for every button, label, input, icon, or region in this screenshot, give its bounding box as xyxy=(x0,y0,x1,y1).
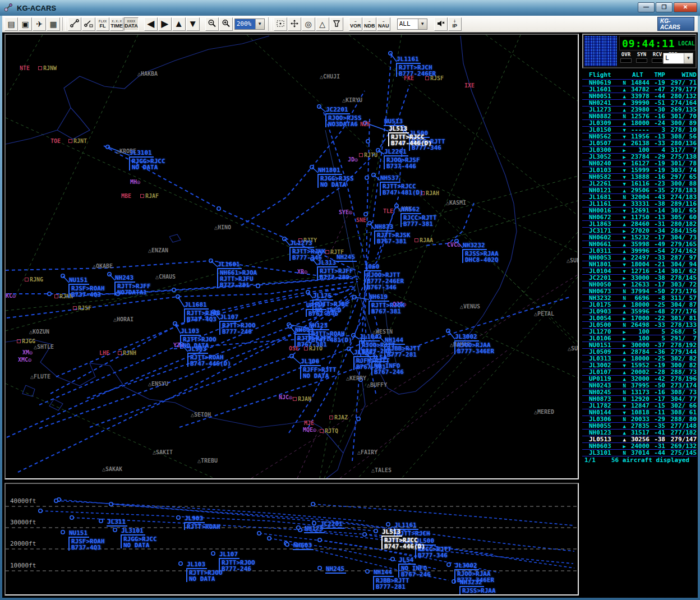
flight-label-JL107[interactable]: JL107RJTT>RJOOB777-246 xyxy=(219,314,257,335)
close-button[interactable]: ✕ xyxy=(674,2,697,12)
table-row-NU0151[interactable]: NU0151▶30000-37278/192 xyxy=(582,341,697,348)
altitude-profile-panel[interactable]: 40000ft30000ft20000ft10000ftJL311JL3101R… xyxy=(4,483,579,596)
flight-label-JL107[interactable]: JL107RJTT>RJOOB777-246 xyxy=(219,551,256,572)
chevron-down-icon[interactable]: ▼ xyxy=(255,19,264,29)
table-row-NH0053[interactable]: NH0053▲22497-33287/ 97 xyxy=(582,254,697,261)
table-row-NH0123[interactable]: NH0123▲31517-41277/182 xyxy=(582,429,697,436)
pan-mode-button[interactable] xyxy=(288,17,301,31)
fl-toggle-button[interactable]: FLXXFL xyxy=(96,17,109,31)
time-toggle-button[interactable]: X:X:XTIME xyxy=(110,17,123,31)
pan-up-button[interactable]: ▲ xyxy=(172,17,186,31)
table-row-JL0175[interactable]: JL0175▲18000-25304/ 87 xyxy=(582,301,697,308)
table-row-NH0562[interactable]: NH0562▼11956-13308/ 56 xyxy=(582,133,697,140)
table-row-JL1270[interactable]: JL1270▶1005268/ 5 xyxy=(582,328,697,335)
table-row-NH0882[interactable]: NH0882N12576-16301/ 70 xyxy=(582,113,697,119)
table-row-JL0106[interactable]: JL0106▶1005291/ 7 xyxy=(582,335,697,341)
table-row-JL1681[interactable]: JL1681N32004-43274/183 xyxy=(582,193,697,200)
msg-grid-button[interactable]: ▤ xyxy=(4,17,18,31)
table-row-JL1863[interactable]: JL1863▲28460-31280/182 xyxy=(582,220,697,227)
flight-label-JL3002[interactable]: JL3002RJOO>RJAAB777-346ER xyxy=(454,334,495,354)
flight-label-NH873[interactable]: NH873RJTT>RJSKB767-381 xyxy=(374,224,412,244)
flight-label-NH603[interactable]: NH603 xyxy=(293,542,314,550)
chevron-down-icon[interactable]: ▼ xyxy=(418,19,427,29)
msg-window-button[interactable]: ▣ xyxy=(19,17,32,31)
pan-right-button[interactable]: ▶ xyxy=(158,17,172,31)
table-row-JL3002[interactable]: JL3002▼15952-19300/ 82 xyxy=(582,362,697,368)
flight-label-JL513[interactable]: JL513RJTT>RJCCB747-446(D) xyxy=(388,126,433,146)
table-row-NH0240[interactable]: NH0240▼16127-19301/ 78 xyxy=(582,160,697,167)
table-row-NH0661[interactable]: NH0661▲35998-49279/165 xyxy=(582,241,697,247)
table-row-NH0241[interactable]: NH0241▲39990-51274/164 xyxy=(582,99,697,106)
pan-left-button[interactable]: ◀ xyxy=(144,17,158,31)
table-row-NH3232[interactable]: NH3232N6696-8311/ 57 xyxy=(582,294,697,301)
table-row-NH0672[interactable]: NH0672▼11750-13305/ 60 xyxy=(582,214,697,220)
flight-label-1060[interactable]: 1060RJOO>RJTTB777-246ERB767-346 xyxy=(364,264,405,290)
table-row-NH0619[interactable]: NH0619N14844-19297/ 71 xyxy=(582,79,697,86)
zoom-select[interactable]: 200%▼ xyxy=(234,19,265,30)
flight-label-JL1273[interactable]: JL1273RJTT>RJNKB777-346 xyxy=(289,240,327,261)
table-row-UP0119[interactable]: UP0119▲32000-42278/196 xyxy=(582,375,697,382)
table-row-NH0051[interactable]: NH0051▲33978-44280/132 xyxy=(582,93,697,99)
flight-label-NH243[interactable]: NH243RJTT>RJFFNO7DATA1 xyxy=(114,275,152,296)
flight-label-JL2261[interactable]: JL2261RJOO>RJSFB737-446 xyxy=(384,149,421,169)
flight-label-NH603[interactable]: NH603RJTT>RJFMB767-381 xyxy=(294,327,332,348)
waypoint-toggle-button[interactable]: △ xyxy=(316,17,329,31)
table-row-JC3171[interactable]: JC3171▶27020-34284/156 xyxy=(582,227,697,234)
nav-toggle-button[interactable]: →NAU xyxy=(377,17,390,31)
table-row-JL0507[interactable]: JL0507▲26138-33280/136 xyxy=(582,140,697,146)
table-row-NH0245[interactable]: NH0245N13173-16308/ 73 xyxy=(582,389,697,395)
flight-label-JL903[interactable]: JL903RJTT>ROAH xyxy=(184,515,222,530)
table-row-JL0500[interactable]: JL0500N26498-33278/133 xyxy=(582,321,697,328)
minimize-button[interactable]: — xyxy=(638,2,655,12)
flight-label-NH3232[interactable]: NH3232RJSS>RJAADHC8-402Q xyxy=(459,579,497,594)
table-row-JL2261[interactable]: JL2261▼16116-23300/ 88 xyxy=(582,180,697,187)
channel-select[interactable]: L ▼ xyxy=(663,53,693,64)
table-row-NH0673[interactable]: NH0673N37994-50273/176 xyxy=(582,288,697,294)
sound-mute-button[interactable] xyxy=(434,17,448,31)
table-row-JL0509[interactable]: JL0509▲28784-36279/144 xyxy=(582,348,697,355)
track-line-button[interactable] xyxy=(68,17,81,31)
pan-down-button[interactable]: ▼ xyxy=(186,17,200,31)
table-row-NH0873[interactable]: NH0873N12920-17304/ 77 xyxy=(582,395,697,402)
table-row-NH0603[interactable]: NH0603▶24000-31269/132 xyxy=(582,442,697,449)
table-row-JL1782[interactable]: JL1782▼12847-15302/ 66 xyxy=(582,402,697,409)
table-row-JL0054[interactable]: JL0054▶17000-22301/ 81 xyxy=(582,315,697,321)
flight-label-JL3101[interactable]: JL3101RJGG>RJCCNO DATA xyxy=(121,528,158,548)
table-row-JC2201[interactable]: JC2201▶33000-38278/145 xyxy=(582,274,697,281)
table-row-JL0313[interactable]: JL0313▲18000-25302/ 82 xyxy=(582,355,697,362)
flight-label-JL311[interactable]: JL311 xyxy=(107,519,127,527)
data-toggle-button[interactable]: XXXXDATA xyxy=(124,17,139,31)
ndb-toggle-button[interactable]: →NDB xyxy=(363,17,376,31)
table-row-NH0055[interactable]: NH0055▲27835-35277/148 xyxy=(582,422,697,429)
flight-label-JL313[interactable]: JL313RJTT>RJFFB777-289 xyxy=(317,260,354,280)
flight-label-JL3101[interactable]: JL3101RJGG>RJCCNO DATA xyxy=(129,150,167,170)
center-map-button[interactable]: ◎ xyxy=(302,17,315,31)
table-row-JL1601[interactable]: JL1601▲34782-47279/177 xyxy=(582,86,697,93)
flight-label-NH619[interactable]: NH619RJTT>RJOKB767-381 xyxy=(369,294,406,315)
table-row-NH0602[interactable]: NH0602▼15232-17304/ 73 xyxy=(582,234,697,241)
flight-label-NH123[interactable]: NH123 xyxy=(304,525,325,533)
table-row-JL0513[interactable]: JL0513▲30256-38279/147 xyxy=(582,436,697,442)
table-row-JL0903[interactable]: JL0903▲35996-48277/176 xyxy=(582,308,697,315)
table-row-JL0311[interactable]: JL0311▲39996-54274/162 xyxy=(582,247,697,254)
aircraft-info-button[interactable]: ✈ xyxy=(33,17,46,31)
flight-label-NH537[interactable]: NH537RJTT>RJCCB747-481(D) xyxy=(380,175,425,196)
flight-label-UP119[interactable]: UP119B767-346 xyxy=(306,302,339,317)
table-row-NH0016[interactable]: NH0016▼12691-14301/ 65 xyxy=(582,207,697,214)
map-panel[interactable]: JL1161RJTT>RJCHB777-246ERJC2201RJOO>RJSS… xyxy=(4,34,579,479)
select-area-button[interactable] xyxy=(274,17,287,31)
flight-label-NH245[interactable]: NH245 xyxy=(325,566,346,574)
track-new-button[interactable] xyxy=(82,17,95,31)
flight-label-JC2201[interactable]: JC2201RJOO>RJSSNO3DATA6 xyxy=(325,107,363,127)
flight-label-JL54[interactable]: JL54NO INFOB767-246 xyxy=(371,354,405,375)
text-log-button[interactable]: ▦ xyxy=(47,17,60,31)
table-row-JL0306[interactable]: JL0306N20033-29288/ 80 xyxy=(582,416,697,422)
flight-label-NU151[interactable]: NU151RJSF>ROAHB737-4Q3 xyxy=(68,530,106,551)
zoom-out-button[interactable] xyxy=(205,17,219,31)
table-row-JL0300[interactable]: JL0300▶1004317/ 7 xyxy=(582,146,697,153)
flight-label-JL103[interactable]: JL103RJTT>RJOONO DATA xyxy=(186,561,224,582)
flight-label-NH1801[interactable]: NH1801RJGG>RJSSNO DATA xyxy=(317,167,355,188)
flight-label-JL1601[interactable]: JL1601NH661>RJOARJTT>RJFUB777-281 xyxy=(217,261,258,288)
zoom-in-button[interactable] xyxy=(219,17,233,31)
table-row-JL0150[interactable]: JL0150▼-----3278/ 10 xyxy=(582,126,697,133)
